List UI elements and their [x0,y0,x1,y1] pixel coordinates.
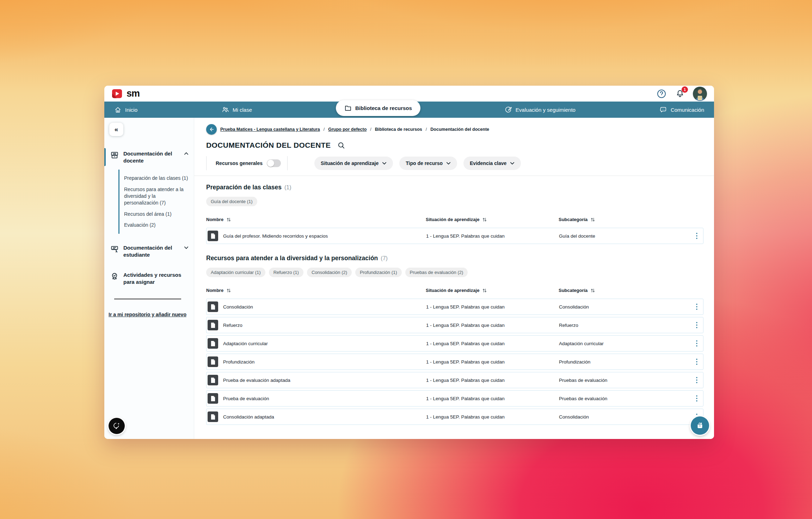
chip-guia-docente[interactable]: Guía del docente (1) [206,197,257,206]
table-row[interactable]: Consolidación 1 - Lengua 5EP. Palabras q… [206,299,703,315]
sidebar-subitem-preparacion[interactable]: Preparación de las clases (1) [124,175,190,182]
sort-icon[interactable] [226,288,231,293]
nav-label: Biblioteca de recursos [355,105,412,111]
dropdown-evidencia-clave[interactable]: Evidencia clave [463,157,521,170]
search-button[interactable] [336,140,346,151]
table-row[interactable]: Refuerzo 1 - Lengua 5EP. Palabras que cu… [206,317,703,333]
sort-icon[interactable] [590,217,595,222]
help-icon [657,89,666,99]
section-preparacion-clases: Preparación de las clases (1) Guía del d… [206,184,703,244]
table-row[interactable]: Profundización 1 - Lengua 5EP. Palabras … [206,354,703,370]
table-row[interactable]: Adaptación curricular 1 - Lengua 5EP. Pa… [206,335,703,352]
row-nombre: Guía del profesor. Midiendo recorridos y… [223,233,328,239]
row-menu-button[interactable] [690,299,703,315]
archive-box-icon [110,151,119,160]
chevron-up-icon [184,152,189,164]
sm-logo-text: sm [127,89,140,98]
chip-consolidacion[interactable]: Consolidación (2) [307,268,352,277]
nav-evaluacion-y-seguimiento[interactable]: Evaluación y seguimiento [504,106,576,114]
sm-logo-icon [111,88,123,99]
sidebar-subitem-recursos-diversidad[interactable]: Recursos para atender a la diversidad y … [124,186,190,206]
column-nombre: Nombre [206,217,223,222]
back-button[interactable] [206,124,217,135]
row-menu-button[interactable] [690,336,703,351]
notifications-button[interactable]: 1 [675,88,685,99]
sidebar-item-label: Documentación del estudiante [123,244,180,258]
dropdown-tipo-recurso[interactable]: Tipo de recurso [399,157,457,170]
breadcrumb-separator: / [324,127,325,132]
document-icon [208,231,218,241]
breadcrumb-item-biblioteca[interactable]: Biblioteca de recursos [375,127,422,132]
document-icon [208,393,218,404]
nav-label: Mi clase [233,107,252,113]
nav-label: Comunicación [671,107,704,113]
table-row[interactable]: Consolidación adaptada 1 - Lengua 5EP. P… [206,409,703,425]
row-nombre: Adaptación curricular [223,341,268,346]
table-row[interactable]: Guía del profesor. Midiendo recorridos y… [206,228,703,244]
sort-icon[interactable] [482,217,487,222]
table-row[interactable]: Prueba de evaluación adaptada 1 - Lengua… [206,372,703,388]
section-title: Preparación de las clases [206,184,282,191]
selected-resources-fab[interactable] [691,416,709,435]
filter-divider [287,156,288,170]
dropdown-label: Situación de aprendizaje [321,160,379,166]
column-situacion: Situación de aprendizaje [426,217,479,222]
row-nombre: Profundización [223,359,254,365]
column-nombre: Nombre [206,288,223,293]
sidebar-item-documentacion-estudiante[interactable]: A Documentación del estudiante [104,242,194,261]
breadcrumb-item-current: Documentación del docente [430,127,489,132]
chip-pruebas-evaluacion[interactable]: Pruebas de evaluación (2) [405,268,468,277]
sidebar-subitem-recursos-area[interactable]: Recursos del área (1) [124,211,190,218]
chip-refuerzo[interactable]: Refuerzo (1) [269,268,303,277]
avatar[interactable] [693,87,707,101]
table-row[interactable]: Prueba de evaluación 1 - Lengua 5EP. Pal… [206,390,703,407]
row-situacion: 1 - Lengua 5EP. Palabras que cuidan [426,233,559,239]
assistant-chat-button[interactable] [109,418,125,434]
breadcrumb-item-grupo[interactable]: Grupo por defecto [328,127,367,132]
nav-inicio[interactable]: Inicio [114,106,137,114]
filter-divider [206,156,207,170]
row-menu-button[interactable] [690,317,703,333]
sidebar-item-label: Documentación del docente [123,150,180,164]
column-situacion: Situación de aprendizaje [426,288,479,293]
row-subcategoria: Pruebas de evaluación [559,396,690,401]
row-menu-button[interactable] [690,372,703,388]
dropdown-situacion-aprendizaje[interactable]: Situación de aprendizaje [314,157,393,170]
page-title: DOCUMENTACIÓN DEL DOCENTE [206,141,331,149]
sidebar-collapse-button[interactable]: « [109,123,123,136]
row-subcategoria: Adaptación curricular [559,341,690,346]
sort-icon[interactable] [590,288,595,293]
chip-profundizacion[interactable]: Profundización (1) [355,268,402,277]
medal-check-icon [110,272,119,281]
document-icon [208,411,218,422]
sm-logo[interactable]: sm [111,88,140,99]
main-content: Prueba Matices - Lengua castellana y Lit… [194,118,714,439]
row-menu-button[interactable] [690,391,703,406]
pencil-circle-icon [504,106,512,114]
breadcrumb-item-curso[interactable]: Prueba Matices - Lengua castellana y Lit… [220,127,320,132]
column-subcategoria: Subcategoría [559,288,588,293]
help-button[interactable] [656,88,667,99]
recursos-generales-toggle[interactable] [267,159,281,167]
sort-icon[interactable] [482,288,487,293]
table-header: Nombre Situación de aprendizaje Subcateg… [206,288,703,293]
row-menu-button[interactable] [690,228,703,244]
chip-adaptacion-curricular[interactable]: Adaptación curricular (1) [206,268,265,277]
nav-mi-clase[interactable]: Mi clase [221,106,252,114]
repository-link[interactable]: Ir a mi repositorio y añadir nuevo [109,311,187,318]
svg-text:A: A [116,250,118,254]
row-menu-button[interactable] [690,354,703,370]
row-situacion: 1 - Lengua 5EP. Palabras que cuidan [426,323,559,328]
row-nombre: Refuerzo [223,323,242,328]
nav-label: Evaluación y seguimiento [516,107,576,113]
sidebar-item-documentacion-docente[interactable]: Documentación del docente [104,147,194,167]
topbar: sm 1 [104,86,714,102]
sidebar-subitem-evaluacion[interactable]: Evaluación (2) [124,222,190,228]
row-nombre: Prueba de evaluación adaptada [223,378,290,383]
folder-icon [344,104,352,112]
sidebar-item-actividades-recursos[interactable]: Actividades y recursos para asignar [104,269,194,288]
sort-icon[interactable] [226,217,231,222]
nav-biblioteca-de-recursos[interactable]: Biblioteca de recursos [336,100,420,116]
sidebar-sublist: Preparación de las clases (1) Recursos p… [118,170,194,234]
nav-comunicacion[interactable]: Comunicación [659,106,704,114]
